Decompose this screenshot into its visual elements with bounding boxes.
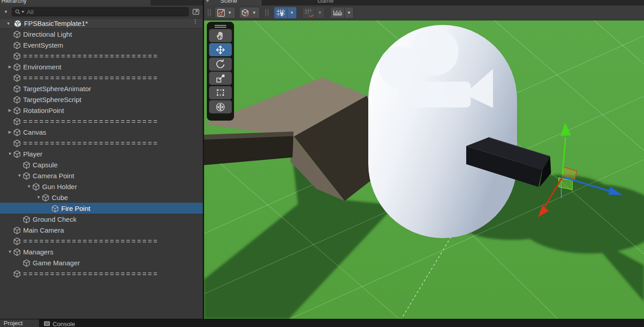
hierarchy-item-gun-holder[interactable]: ▼Gun Holder	[0, 181, 203, 192]
hierarchy-separator-row[interactable]: =========================	[0, 50, 203, 61]
handle-position-button[interactable]: ▼	[215, 7, 235, 19]
console-icon	[44, 321, 50, 327]
hierarchy-search-row: ▼ All	[0, 5, 203, 18]
hierarchy-item-label: =========================	[23, 270, 159, 278]
hierarchy-item-managers[interactable]: ▼Managers	[0, 246, 203, 257]
hierarchy-item-label: Player	[23, 150, 43, 158]
scene-toolbar: ▼▼▼▼▼	[204, 5, 644, 20]
hierarchy-item-label: Cube	[52, 194, 68, 201]
hierarchy-item-rotationpoint[interactable]: ▶RotationPoint	[0, 105, 203, 116]
scene-root-label: FPSBasicTemplate1*	[24, 20, 88, 27]
hierarchy-list: Directional LightEventSystem============…	[0, 29, 203, 279]
overlay-drag-handle[interactable]	[215, 25, 226, 26]
foldout-arrow-icon[interactable]: ▼	[7, 249, 13, 254]
snap-increment-dropdown[interactable]: ▼	[345, 7, 354, 19]
scene-root-row[interactable]: ▼ FPSBasicTemplate1* ⋮	[0, 18, 203, 29]
hierarchy-separator-row[interactable]: =========================	[0, 235, 203, 246]
cube-icon	[13, 85, 21, 93]
hierarchy-item-label: Game Manager	[33, 259, 80, 267]
chevron-down-icon[interactable]: ▼	[252, 10, 256, 15]
hierarchy-item-label: Main Camera	[23, 226, 64, 234]
cube-icon	[42, 194, 49, 201]
hierarchy-separator-row[interactable]: =========================	[0, 116, 203, 127]
snap-increment-button[interactable]	[330, 7, 345, 19]
foldout-arrow-icon[interactable]: ▶	[7, 64, 13, 69]
handle-rotation-button[interactable]: ▼	[239, 7, 260, 19]
hierarchy-item-player[interactable]: ▼Player	[0, 148, 203, 159]
chevron-down-icon[interactable]: ▼	[0, 10, 12, 14]
scene-viewport[interactable]	[204, 20, 644, 319]
grid-visibility-group: ▼	[274, 7, 297, 19]
search-filter-dropdown-icon[interactable]	[21, 11, 24, 13]
overlay-drag-handle[interactable]	[215, 27, 226, 28]
scale-tool-button[interactable]	[209, 72, 232, 85]
hierarchy-item-game-manager[interactable]: Game Manager	[0, 257, 203, 268]
popout-icon[interactable]	[191, 7, 201, 16]
hierarchy-item-fire-point[interactable]: Fire Point	[0, 203, 203, 214]
grid-visibility-button[interactable]	[274, 7, 288, 19]
unity-scene-icon	[14, 20, 22, 28]
tab-hierarchy[interactable]: Hierarchy	[0, 0, 151, 5]
hierarchy-separator-row[interactable]: =========================	[0, 72, 203, 83]
foldout-arrow-icon[interactable]: ▼	[26, 184, 32, 189]
grid-snap-button[interactable]	[302, 7, 316, 19]
hierarchy-item-cube[interactable]: ▼Cube	[0, 192, 203, 203]
hierarchy-separator-row[interactable]: =========================	[0, 137, 203, 148]
hierarchy-separator-row[interactable]: =========================	[0, 268, 203, 279]
hierarchy-item-label: Canvas	[23, 128, 46, 136]
hierarchy-item-label: =========================	[23, 237, 159, 245]
hierarchy-item-label: Environment	[23, 63, 61, 71]
foldout-arrow-icon[interactable]: ▼	[35, 195, 42, 200]
transform-tool-button[interactable]	[209, 100, 232, 113]
hierarchy-item-targetsphereanimator[interactable]: TargetSphereAnimator	[0, 83, 203, 94]
hierarchy-item-label: EventSystem	[23, 41, 63, 49]
kebab-menu-icon[interactable]: ⋮	[192, 20, 197, 23]
cube-icon	[13, 96, 21, 103]
foldout-arrow-icon[interactable]: ▶	[7, 130, 13, 134]
chevron-down-icon[interactable]: ▼	[228, 10, 232, 15]
grid-snap-group: ▼	[302, 7, 325, 19]
hierarchy-item-directional-light[interactable]: Directional Light	[0, 29, 203, 39]
snap-increment-icon	[332, 9, 342, 16]
grid-visibility-dropdown[interactable]: ▼	[288, 7, 297, 19]
rotate-tool-button[interactable]	[209, 58, 232, 71]
hierarchy-item-camera-point[interactable]: ▼Camera Point	[0, 170, 203, 181]
rect-icon	[215, 87, 226, 98]
hierarchy-item-label: RotationPoint	[23, 107, 64, 114]
tab-project[interactable]: Project	[0, 319, 39, 327]
search-icon	[15, 9, 21, 15]
scale-icon	[215, 73, 226, 84]
tab-console[interactable]: Console	[44, 319, 93, 327]
rect-tool-button[interactable]	[209, 86, 232, 99]
hierarchy-item-label: Fire Point	[61, 205, 90, 212]
hierarchy-item-environment[interactable]: ▶Environment	[0, 61, 203, 72]
move-tool-button[interactable]	[209, 43, 232, 56]
foldout-arrow-icon[interactable]: ▼	[7, 151, 13, 156]
hierarchy-item-ground-check[interactable]: Ground Check	[0, 214, 203, 225]
hierarchy-item-eventsystem[interactable]: EventSystem	[0, 39, 203, 50]
search-input[interactable]: All	[12, 7, 189, 16]
foldout-arrow-icon[interactable]: ▶	[7, 108, 13, 112]
hierarchy-item-targetspherescript[interactable]: TargetSphereScript	[0, 94, 203, 105]
hierarchy-item-main-camera[interactable]: Main Camera	[0, 225, 203, 235]
transform-icon	[215, 102, 226, 112]
toolbar-drag-handle[interactable]	[208, 9, 211, 16]
hierarchy-item-label: =========================	[23, 52, 159, 60]
tab-scene[interactable]: + Scene	[204, 0, 262, 5]
foldout-arrow-icon[interactable]: ▼	[16, 173, 23, 178]
hierarchy-tabstrip: Hierarchy	[0, 0, 203, 5]
hierarchy-item-label: Camera Point	[33, 172, 74, 180]
hierarchy-item-label: Directional Light	[23, 30, 72, 38]
tab-game[interactable]: Game	[317, 0, 333, 4]
grid-snap-dropdown[interactable]: ▼	[316, 7, 325, 19]
snap-increment-group: ▼	[330, 7, 354, 19]
cube-icon	[13, 63, 21, 71]
handle-rotation-icon	[241, 9, 250, 17]
hierarchy-item-capsule[interactable]: Capsule	[0, 159, 203, 170]
hierarchy-item-canvas[interactable]: ▶Canvas	[0, 127, 203, 137]
cube-icon	[13, 41, 21, 49]
cube-icon	[32, 183, 40, 190]
view-tool-button[interactable]	[209, 29, 232, 42]
hierarchy-item-label: =========================	[23, 117, 159, 125]
foldout-arrow-icon[interactable]: ▼	[6, 21, 13, 26]
